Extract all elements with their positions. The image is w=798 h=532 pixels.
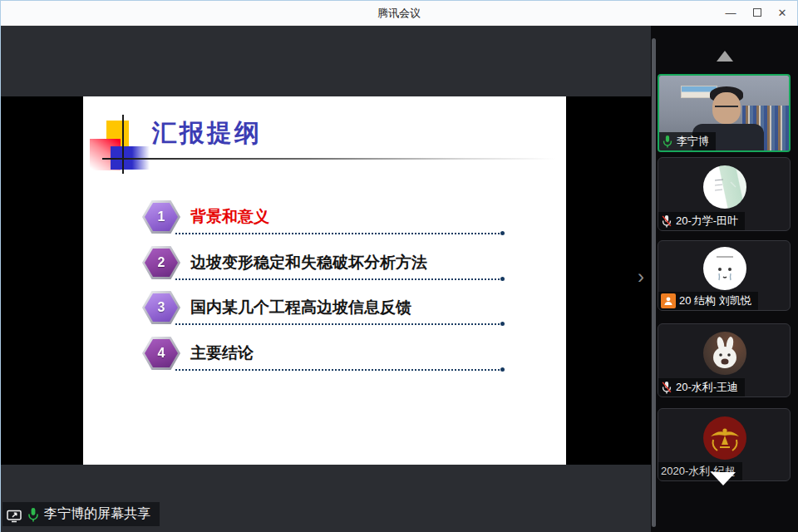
maximize-icon: [753, 8, 761, 17]
mic-muted-icon: [661, 381, 672, 394]
minimize-button[interactable]: —: [719, 1, 742, 26]
participant-name-label: 李宁博: [659, 132, 716, 150]
item-number: 4: [158, 346, 165, 361]
outline-item-2: 2 边坡变形稳定和失稳破坏分析方法: [142, 246, 533, 292]
close-button[interactable]: ✕: [771, 1, 794, 26]
participant-name-label: 20 结构 刘凯悦: [658, 292, 758, 310]
screen-share-banner: 李宁博的屏幕共享: [2, 502, 160, 526]
dotted-leader: [175, 322, 500, 325]
hexagon-badge-1: 1: [142, 200, 180, 234]
item-text: 主要结论: [190, 337, 254, 370]
dotted-leader: [175, 231, 500, 234]
item-number: 3: [158, 300, 165, 315]
avatar: [703, 416, 746, 460]
participant-video-tile[interactable]: 李宁博: [658, 74, 791, 152]
person-icon: [661, 293, 676, 308]
window-title: 腾讯会议: [1, 1, 797, 26]
shared-screen-area: 汇报提纲 1 背景和意义 2 边坡变形稳定和失稳破坏分析方法 3 国内某: [1, 26, 651, 532]
title-bar: 腾讯会议 — ✕: [1, 1, 797, 26]
item-text: 国内某几个工程高边坡信息反馈: [190, 291, 411, 324]
sidebar-scrollbar[interactable]: [652, 38, 656, 527]
participant-video-tile[interactable]: 20-力学-田叶: [658, 157, 791, 231]
avatar: [703, 247, 746, 290]
dotted-leader: [175, 367, 500, 371]
item-number: 2: [158, 255, 165, 270]
share-banner-text: 李宁博的屏幕共享: [44, 505, 150, 523]
participant-name: 20-水利-王迪: [676, 380, 738, 395]
participant-name-label: 20-力学-田叶: [658, 212, 745, 230]
dotted-leader: [175, 277, 500, 280]
item-number: 1: [158, 209, 165, 224]
outline-item-3: 3 国内某几个工程高边坡信息反馈: [142, 291, 533, 337]
hexagon-badge-3: 3: [142, 291, 180, 324]
presentation-slide: 汇报提纲 1 背景和意义 2 边坡变形稳定和失稳破坏分析方法 3 国内某: [83, 96, 566, 465]
outline-item-4: 4 主要结论: [142, 337, 533, 382]
scroll-down-arrow-icon[interactable]: [711, 472, 736, 485]
slide-title: 汇报提纲: [152, 116, 262, 150]
participant-name: 20 结构 刘凯悦: [679, 293, 751, 308]
sidebar-expand-chevron[interactable]: ›: [633, 264, 649, 289]
hexagon-badge-2: 2: [142, 246, 180, 279]
screen-share-icon: [6, 506, 22, 523]
maximize-button[interactable]: [746, 1, 769, 26]
participant-video-tile[interactable]: 2020-水利-纪超: [658, 408, 791, 481]
item-text: 背景和意义: [190, 200, 269, 234]
participant-video-tile[interactable]: 20-水利-王迪: [658, 323, 791, 397]
participant-name-label: 20-水利-王迪: [658, 378, 745, 397]
hexagon-badge-4: 4: [142, 337, 180, 370]
participant-name: 20-力学-田叶: [676, 214, 738, 229]
avatar: [703, 165, 746, 209]
outline-item-1: 1 背景和意义: [142, 200, 533, 246]
avatar: [703, 332, 746, 375]
participant-video-tile[interactable]: 20 结构 刘凯悦: [658, 240, 791, 311]
slide-logo-vertical-line: [122, 115, 124, 174]
tencent-meeting-window: 腾讯会议 — ✕ 汇报提纲 1 背景和意义 2: [0, 0, 798, 532]
scroll-up-arrow-icon[interactable]: [717, 51, 733, 62]
slide-title-underline: [102, 158, 555, 160]
mic-muted-icon: [661, 214, 672, 228]
mic-on-icon: [27, 507, 40, 522]
item-text: 边坡变形稳定和失稳破坏分析方法: [190, 246, 427, 279]
participants-sidebar: 李宁博: [651, 26, 798, 532]
mic-on-icon: [662, 135, 673, 148]
participant-name: 李宁博: [677, 134, 709, 149]
